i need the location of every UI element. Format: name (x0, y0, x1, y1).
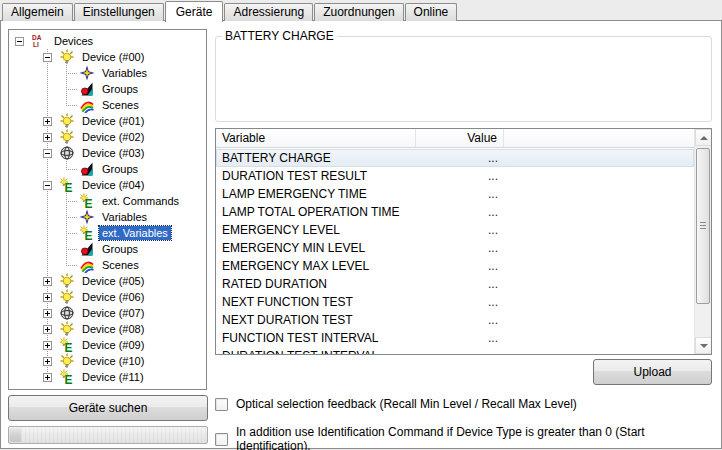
search-devices-button[interactable]: Geräte suchen (8, 395, 208, 421)
expand-icon[interactable] (43, 373, 52, 382)
scroll-down-icon[interactable] (695, 337, 712, 354)
tree-item-scenes[interactable]: Scenes (9, 97, 206, 113)
expand-icon[interactable] (43, 133, 52, 142)
emergency-lamp-icon (79, 225, 95, 241)
upload-button[interactable]: Upload (593, 359, 712, 385)
scenes-icon (79, 257, 95, 273)
tab-bar: Allgemein Einstellungen Geräte Adressier… (2, 0, 458, 21)
table-row[interactable]: NEXT FUNCTION TEST ... (216, 293, 694, 311)
tree-item-device-10[interactable]: Device (#10) (9, 353, 206, 369)
dali-configuration-window: Allgemein Einstellungen Geräte Adressier… (0, 0, 722, 450)
table-row[interactable]: LAMP TOTAL OPERATION TIME ... (216, 203, 694, 221)
progress-chunk (10, 428, 21, 442)
tab-adressierung[interactable]: Adressierung (224, 3, 313, 21)
expand-icon[interactable] (43, 277, 52, 286)
tree-item-ext-commands[interactable]: ext. Commands (9, 193, 206, 209)
tab-zuordnungen[interactable]: Zuordnungen (314, 3, 403, 21)
tree-item-groups[interactable]: Groups (9, 241, 206, 257)
expand-icon[interactable] (43, 117, 52, 126)
table-row[interactable]: EMERGENCY MAX LEVEL ... (216, 257, 694, 275)
tree-item-device-00[interactable]: Device (#00) (9, 49, 206, 65)
emergency-lamp-icon (79, 193, 95, 209)
variables-icon (79, 209, 95, 225)
groups-icon (79, 81, 95, 97)
tab-einstellungen[interactable]: Einstellungen (74, 3, 164, 21)
table-row[interactable]: FUNCTION TEST INTERVAL ... (216, 329, 694, 347)
collapse-icon[interactable] (15, 37, 24, 46)
table-header: Variable Value (216, 129, 694, 148)
expand-icon[interactable] (43, 309, 52, 318)
lamp-icon (59, 273, 75, 289)
lamp-icon (59, 129, 75, 145)
column-header-variable[interactable]: Variable (216, 129, 416, 148)
identification-command-checkbox-row: In addition use Identification Command i… (215, 425, 722, 450)
lamp-icon (59, 49, 75, 65)
expand-icon[interactable] (43, 357, 52, 366)
tree-item-variables[interactable]: Variables (9, 65, 206, 81)
tree-item-device-11[interactable]: Device (#11) (9, 369, 206, 385)
table-row[interactable]: DURATION TEST RESULT ... (216, 167, 694, 185)
groupbox-title: BATTERY CHARGE (222, 29, 337, 43)
table-row[interactable]: RATED DURATION ... (216, 275, 694, 293)
table-row[interactable]: DURATION TEST INTERVAL ... (216, 347, 694, 354)
tree-item-device-06[interactable]: Device (#06) (9, 289, 206, 305)
tab-geraete[interactable]: Geräte (165, 1, 224, 22)
tree-item-device-01[interactable]: Device (#01) (9, 113, 206, 129)
optical-feedback-checkbox-row: Optical selection feedback (Recall Min L… (215, 397, 577, 411)
lamp-icon (59, 113, 75, 129)
collapse-icon[interactable] (43, 53, 52, 62)
tree-item-device-03[interactable]: Device (#03) (9, 145, 206, 161)
table-row[interactable]: EMERGENCY LEVEL ... (216, 221, 694, 239)
collapse-icon[interactable] (43, 149, 52, 158)
groups-icon (79, 241, 95, 257)
variables-table: Variable Value BATTERY CHARGE ... DURATI… (215, 128, 712, 355)
expand-icon[interactable] (43, 325, 52, 334)
tree-item-device-05[interactable]: Device (#05) (9, 273, 206, 289)
tree-item-device-02[interactable]: Device (#02) (9, 129, 206, 145)
expand-icon[interactable] (43, 293, 52, 302)
tree-item-device-04[interactable]: Device (#04) (9, 177, 206, 193)
tree-item-variables[interactable]: Variables (9, 209, 206, 225)
optical-feedback-label: Optical selection feedback (Recall Min L… (236, 397, 577, 411)
groups-icon (79, 161, 95, 177)
collapse-icon[interactable] (43, 181, 52, 190)
table-row[interactable]: EMERGENCY MIN LEVEL ... (216, 239, 694, 257)
sphere-icon (59, 305, 75, 321)
tree-item-ext-variables-selected[interactable]: ext. Variables (9, 225, 206, 241)
scrollbar-thumb[interactable] (696, 148, 710, 304)
tree-item-device-07[interactable]: Device (#07) (9, 305, 206, 321)
scroll-up-icon[interactable] (695, 129, 712, 146)
emergency-lamp-icon (59, 177, 75, 193)
search-progress-bar (8, 426, 208, 444)
tree-item-scenes[interactable]: Scenes (9, 257, 206, 273)
identification-command-label: In addition use Identification Command i… (236, 425, 722, 450)
tree-item-groups[interactable]: Groups (9, 161, 206, 177)
device-tree[interactable]: Devices Device (#00) Variables Groups Sc… (8, 29, 207, 390)
lamp-icon (59, 289, 75, 305)
variables-icon (79, 65, 95, 81)
table-row[interactable]: NEXT DURATION TEST ... (216, 311, 694, 329)
vertical-scrollbar[interactable] (694, 129, 711, 354)
dali-icon (31, 33, 47, 49)
lamp-icon (59, 353, 75, 369)
tree-item-device-08[interactable]: Device (#08) (9, 321, 206, 337)
emergency-lamp-icon (59, 337, 75, 353)
tab-online[interactable]: Online (405, 3, 458, 21)
battery-charge-groupbox (215, 36, 712, 122)
expand-icon[interactable] (43, 341, 52, 350)
tab-allgemein[interactable]: Allgemein (2, 3, 73, 21)
identification-command-checkbox[interactable] (215, 433, 228, 446)
column-header-value[interactable]: Value (416, 129, 504, 148)
table-row[interactable]: BATTERY CHARGE ... (216, 149, 694, 167)
tree-item-device-09[interactable]: Device (#09) (9, 337, 206, 353)
sphere-icon (59, 145, 75, 161)
optical-feedback-checkbox[interactable] (215, 398, 228, 411)
tree-item-groups[interactable]: Groups (9, 81, 206, 97)
table-row[interactable]: LAMP EMERGENCY TIME ... (216, 185, 694, 203)
tree-item-devices-root[interactable]: Devices (9, 33, 206, 49)
table-body: BATTERY CHARGE ... DURATION TEST RESULT … (216, 149, 694, 354)
lamp-icon (59, 321, 75, 337)
emergency-lamp-icon (59, 369, 75, 385)
scenes-icon (79, 97, 95, 113)
